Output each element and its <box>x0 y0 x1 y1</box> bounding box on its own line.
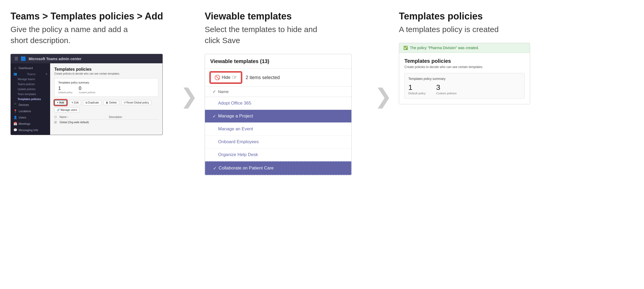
arrow-1-icon: ❯ <box>180 84 198 109</box>
locations-icon: 📍 <box>13 109 17 113</box>
sidebar-group-teams[interactable]: 👥 Teams ∧ <box>11 71 50 77</box>
summary-card: Templates policy summary 1 Default polic… <box>54 78 158 97</box>
selected-count: 2 items selected <box>246 75 280 80</box>
name-col-list-header: Name <box>218 89 229 94</box>
hide-button[interactable]: 🚫 Hide ☞ <box>210 72 241 83</box>
result-custom-num: 3 <box>436 83 457 92</box>
result-numbers: 1 Default policy 3 Custom policies <box>408 83 521 95</box>
template-name: Manage a Project <box>218 113 346 119</box>
template-name: Adopt Office 365 <box>218 101 346 106</box>
admin-main: Templates policies Create policies to de… <box>50 63 162 135</box>
section-3: Templates policies A templates policy is… <box>399 11 541 104</box>
template-list-header: ✓ Name <box>205 86 351 97</box>
sidebar-item-users[interactable]: 👤 Users <box>11 114 50 121</box>
section1-title-part1: Teams > Templates policies > <box>10 11 145 22</box>
result-title: Templates policies <box>404 58 525 64</box>
reset-button[interactable]: ↺ Reset Global policy <box>121 100 151 105</box>
custom-policy-num: 0 <box>79 86 96 91</box>
result-default-block: 1 Default policy <box>408 83 426 95</box>
add-button[interactable]: + Add <box>54 100 67 105</box>
arrow-2: ❯ <box>367 84 399 109</box>
section3-title: Templates policies <box>399 11 483 22</box>
admin-body: ⌂ Dashboard 👥 Teams ∧ Manage teams Teams… <box>11 63 162 135</box>
sidebar-item-teams-policies[interactable]: Teams policies <box>11 82 50 87</box>
teams-icon: 👥 <box>13 72 17 76</box>
section3-subtitle: A templates policy is created <box>399 24 499 35</box>
manage-users-button[interactable]: 🔗 Manage users <box>54 107 80 112</box>
sidebar-label-users: Users <box>19 116 26 119</box>
sidebar-item-locations[interactable]: 📍 Locations <box>11 108 50 114</box>
dashboard-icon: ⌂ <box>13 66 17 70</box>
result-content: Templates policies Create policies to de… <box>399 53 530 104</box>
section-1: Teams > Templates policies > Add Give th… <box>10 11 173 135</box>
summary-card-title: Templates policy summary <box>58 81 154 84</box>
arrow-1: ❯ <box>173 84 205 109</box>
result-summary-title: Templates policy summary <box>408 77 521 81</box>
duplicate-button[interactable]: ⧉ Duplicate <box>83 100 101 105</box>
sidebar-item-update-policies[interactable]: Update policies <box>11 87 50 92</box>
admin-page-desc: Create policies to decide who can see ce… <box>54 72 158 75</box>
sidebar-item-team-templates[interactable]: Team templates <box>11 92 50 97</box>
devices-icon: 📱 <box>13 103 17 107</box>
result-custom-label: Custom policies <box>436 92 457 95</box>
hide-label: Hide <box>222 75 230 80</box>
row-name: Global (Org-wide default) <box>60 121 109 124</box>
sidebar-item-manage-teams[interactable]: Manage teams <box>11 77 50 82</box>
admin-sidebar: ⌂ Dashboard 👥 Teams ∧ Manage teams Teams… <box>11 63 50 135</box>
admin-page-title: Templates policies <box>54 67 158 72</box>
panel-toolbar: 🚫 Hide ☞ 2 items selected <box>205 69 351 86</box>
viewable-templates-panel: Viewable templates (13) 🚫 Hide ☞ 2 items… <box>205 54 352 175</box>
result-custom-block: 3 Custom policies <box>436 83 457 95</box>
sidebar-label-locations: Locations <box>19 110 31 113</box>
success-bar: ✅ The policy "Pharma Division" was creat… <box>399 43 530 53</box>
edit-button[interactable]: ✎ Edit <box>69 100 81 105</box>
row-check[interactable]: ✓ <box>210 114 218 119</box>
users-icon: 👤 <box>13 116 17 119</box>
list-item[interactable]: Onboard Employees <box>205 136 351 148</box>
row-checkbox[interactable]: ☑ <box>54 121 60 124</box>
result-desc: Create policies to decide who can see ce… <box>404 65 525 69</box>
list-item[interactable]: Adopt Office 365 <box>205 97 351 110</box>
delete-button[interactable]: 🗑 Delete <box>103 100 119 105</box>
section1-title-part2: Add <box>145 11 163 22</box>
custom-policy-label: Custom policies <box>79 91 96 94</box>
sidebar-label-teams: Teams <box>27 73 35 76</box>
default-policy-num: 1 <box>58 86 72 91</box>
panel-title: Viewable templates (13) <box>210 58 346 64</box>
check-col-list-header: ✓ <box>210 89 218 94</box>
list-item[interactable]: Manage an Event <box>205 123 351 136</box>
sidebar-item-messaging[interactable]: 💬 Messaging Info <box>11 127 50 133</box>
default-policy-block: 1 Default policy <box>58 86 72 94</box>
list-item[interactable]: ✓ Manage a Project <box>205 110 351 123</box>
list-item[interactable]: Organize Help Desk <box>205 148 351 161</box>
toolbar: + Add ✎ Edit ⧉ Duplicate 🗑 Delete ↺ Rese… <box>54 100 158 112</box>
messaging-icon: 💬 <box>13 128 17 132</box>
sidebar-label-dashboard: Dashboard <box>19 66 33 70</box>
cursor-hand-icon: ☞ <box>232 74 237 81</box>
result-panel: ✅ The policy "Pharma Division" was creat… <box>399 43 530 104</box>
success-icon: ✅ <box>403 46 408 50</box>
table-row[interactable]: ☑ Global (Org-wide default) <box>54 120 158 125</box>
sidebar-item-meetings[interactable]: 📅 Meetings <box>11 121 50 127</box>
section1-title: Teams > Templates policies > Add <box>10 11 163 22</box>
chevron-teams-icon: ∧ <box>45 72 47 76</box>
sidebar-item-dashboard[interactable]: ⌂ Dashboard <box>11 65 50 71</box>
name-col-header: Name ↑ <box>60 116 109 118</box>
default-policy-label: Default policy <box>58 91 72 94</box>
sidebar-item-templates-policies[interactable]: Templates policies <box>11 97 50 102</box>
template-name: Manage an Event <box>218 126 346 132</box>
template-name: Onboard Employees <box>218 139 346 145</box>
admin-topbar-title: Microsoft Teams admin center <box>29 57 81 61</box>
result-default-num: 1 <box>408 83 426 92</box>
table-header: ☐ Name ↑ Description <box>54 115 158 120</box>
hide-icon: 🚫 <box>214 75 220 80</box>
template-name: Organize Help Desk <box>218 152 346 157</box>
panel-header: Viewable templates (13) <box>205 54 351 69</box>
sidebar-item-devices[interactable]: 📱 Devices <box>11 102 50 108</box>
sidebar-label-messaging: Messaging Info <box>19 128 38 132</box>
desc-col-header: Description <box>109 116 158 118</box>
sidebar-label-meetings: Meetings <box>19 122 30 125</box>
result-summary-card: Templates policy summary 1 Default polic… <box>404 73 525 99</box>
list-item[interactable]: ✓ Collaborate on Patient Care <box>205 161 351 175</box>
row-check[interactable]: ✓ <box>211 166 219 171</box>
